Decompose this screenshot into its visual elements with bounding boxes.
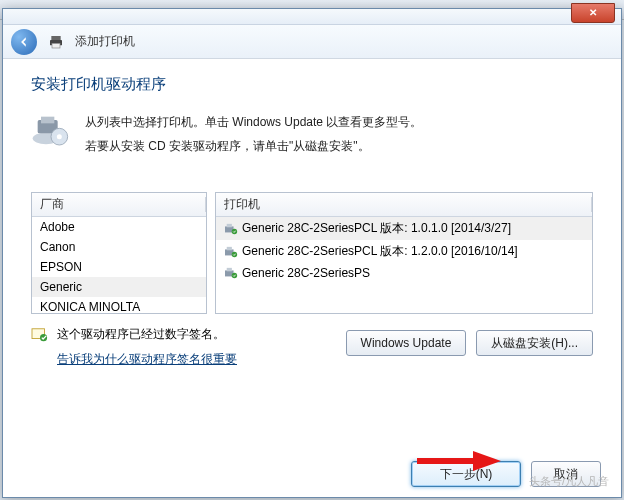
svg-rect-0 (51, 36, 60, 40)
next-button[interactable]: 下一步(N) (411, 461, 521, 487)
dialog-titlebar: ✕ (3, 9, 621, 25)
manufacturer-header[interactable]: 厂商 (32, 193, 206, 217)
printer-item[interactable]: Generic 28C-2SeriesPS (216, 263, 592, 283)
instruction-line-2: 若要从安装 CD 安装驱动程序，请单击"从磁盘安装"。 (85, 134, 422, 158)
instruction-line-1: 从列表中选择打印机。单击 Windows Update 以查看更多型号。 (85, 110, 422, 134)
cancel-button[interactable]: 取消 (531, 461, 601, 487)
back-button[interactable] (11, 29, 37, 55)
header-title: 添加打印机 (75, 33, 135, 50)
printers-header[interactable]: 打印机 (216, 193, 592, 217)
certificate-icon (31, 327, 49, 343)
install-from-disk-button[interactable]: 从磁盘安装(H)... (476, 330, 593, 356)
manufacturer-item[interactable]: EPSON (32, 257, 206, 277)
printers-listbox[interactable]: 打印机 Generic 28C-2SeriesPCL 版本: 1.0.1.0 [… (215, 192, 593, 314)
instruction-text: 从列表中选择打印机。单击 Windows Update 以查看更多型号。 若要从… (85, 110, 422, 158)
svg-point-18 (40, 334, 47, 341)
printer-disc-icon (31, 112, 71, 148)
driver-icon (224, 246, 238, 258)
svg-rect-15 (227, 268, 232, 271)
printer-icon (47, 34, 65, 50)
svg-rect-5 (41, 117, 54, 124)
add-printer-dialog: ✕ 添加打印机 安装打印机驱动程序 从列表中选择打印机。单击 Windows U… (2, 8, 622, 498)
svg-rect-2 (52, 43, 60, 48)
svg-rect-12 (227, 246, 232, 249)
manufacturer-item[interactable]: Canon (32, 237, 206, 257)
manufacturer-item[interactable]: Generic (32, 277, 206, 297)
printer-item[interactable]: Generic 28C-2SeriesPCL 版本: 1.0.1.0 [2014… (216, 217, 592, 240)
signature-text: 这个驱动程序已经过数字签名。 (57, 326, 225, 343)
svg-rect-9 (227, 223, 232, 226)
windows-update-button[interactable]: Windows Update (346, 330, 467, 356)
instruction-row: 从列表中选择打印机。单击 Windows Update 以查看更多型号。 若要从… (31, 110, 593, 158)
svg-point-7 (57, 134, 62, 139)
printer-item[interactable]: Generic 28C-2SeriesPCL 版本: 1.2.0.0 [2016… (216, 240, 592, 263)
dialog-header: 添加打印机 (3, 25, 621, 59)
manufacturer-item[interactable]: KONICA MINOLTA (32, 297, 206, 314)
close-button[interactable]: ✕ (571, 3, 615, 23)
page-heading: 安装打印机驱动程序 (31, 75, 593, 94)
manufacturer-item[interactable]: Adobe (32, 217, 206, 237)
dialog-content: 安装打印机驱动程序 从列表中选择打印机。单击 Windows Update 以查… (3, 59, 621, 392)
driver-icon (224, 223, 238, 235)
signature-info-link[interactable]: 告诉我为什么驱动程序签名很重要 (57, 352, 237, 366)
list-panels: 厂商 AdobeCanonEPSONGenericKONICA MINOLTA … (31, 192, 593, 314)
arrow-left-icon (17, 35, 31, 49)
dialog-footer: 下一步(N) 取消 (411, 461, 601, 487)
manufacturer-listbox[interactable]: 厂商 AdobeCanonEPSONGenericKONICA MINOLTA (31, 192, 207, 314)
driver-icon (224, 267, 238, 279)
